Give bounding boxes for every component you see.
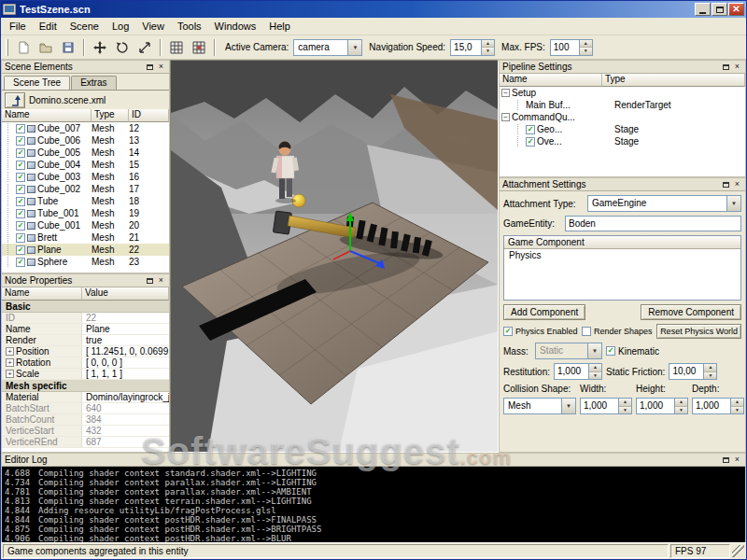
dock-float-button[interactable] (721, 62, 731, 72)
spin-up-icon[interactable]: ▲ (580, 40, 592, 49)
tab-extras[interactable]: Extras (71, 76, 116, 90)
visibility-checkbox[interactable]: ✓ (16, 124, 25, 133)
game-entity-field[interactable]: Boden (565, 216, 741, 231)
go-to-parent-button[interactable] (5, 92, 25, 108)
title-bar[interactable]: TestSzene.scn ✕ (1, 1, 746, 18)
width-spinner[interactable]: 1,000▲▼ (580, 398, 632, 414)
kinematic-checkbox[interactable]: ✓ (606, 346, 615, 356)
expand-icon[interactable]: + (6, 370, 14, 378)
property-row[interactable]: MaterialDomino/layingrock_jp... (2, 392, 169, 403)
visibility-checkbox[interactable]: ✓ (16, 221, 25, 231)
spin-down-icon[interactable]: ▼ (704, 372, 716, 380)
property-value[interactable]: [ 0, 0, 0 ] (82, 357, 169, 368)
scene-tree-row[interactable]: ✓BrettMesh21 (2, 231, 169, 244)
menu-scene[interactable]: Scene (63, 19, 106, 34)
property-row[interactable]: +Position[ 11.2451, 0, 0.0699... (2, 346, 169, 357)
property-value[interactable]: [ 11.2451, 0, 0.0699... (82, 346, 169, 357)
resize-grip[interactable] (732, 545, 744, 557)
property-group-header[interactable]: Mesh specific (2, 380, 169, 392)
scene-tree-row[interactable]: ✓PlaneMesh22 (2, 244, 169, 256)
column-header-type[interactable]: Type (602, 74, 745, 87)
property-row[interactable]: Rendertrue (2, 335, 169, 346)
menu-tools[interactable]: Tools (171, 19, 208, 34)
log-console[interactable]: 4.688Compiling shader context standard.s… (2, 467, 745, 543)
column-header-name[interactable]: Name (2, 287, 82, 301)
move-tool-button[interactable] (90, 38, 110, 57)
minimize-button[interactable] (695, 3, 711, 16)
rotate-tool-button[interactable] (112, 38, 133, 57)
static-friction-spinner[interactable]: 10,00▲▼ (669, 363, 717, 380)
render-shapes-checkbox[interactable] (582, 327, 591, 336)
dock-close-button[interactable]: × (732, 179, 742, 189)
save-button[interactable] (58, 38, 78, 57)
collapse-icon[interactable]: − (501, 113, 510, 121)
property-row[interactable]: BatchCount384 (2, 414, 169, 426)
close-button[interactable]: ✕ (728, 3, 744, 16)
scene-tree-row[interactable]: ✓Tube_001Mesh19 (2, 207, 169, 219)
scene-tree-row[interactable]: ✓Cube_001Mesh20 (2, 219, 169, 231)
reset-physics-world-button[interactable]: Reset Physics World (656, 324, 741, 339)
grid-button[interactable] (166, 38, 187, 57)
spin-down-icon[interactable]: ▼ (589, 372, 601, 380)
scene-tree-row[interactable]: ✓Cube_006Mesh13 (2, 134, 169, 147)
expand-icon[interactable]: + (6, 358, 14, 367)
spin-down-icon[interactable]: ▼ (675, 407, 687, 414)
column-header-value[interactable]: Value (82, 287, 169, 301)
column-header-id[interactable]: ID (129, 109, 169, 122)
visibility-checkbox[interactable]: ✓ (16, 148, 25, 158)
property-row[interactable]: +Rotation[ 0, 0, 0 ] (2, 357, 169, 369)
pipeline-settings-titlebar[interactable]: Pipeline Settings × (500, 61, 745, 74)
property-row[interactable]: +Scale[ 1, 1, 1 ] (2, 369, 169, 380)
dock-close-button[interactable]: × (156, 62, 166, 72)
dock-float-button[interactable] (145, 275, 155, 286)
dock-float-button[interactable] (145, 62, 155, 72)
visibility-checkbox[interactable]: ✓ (16, 258, 25, 267)
dock-float-button[interactable] (721, 455, 731, 465)
property-value[interactable]: Plane (82, 324, 169, 334)
collision-shape-select[interactable]: Mesh▼ (503, 398, 576, 414)
scene-elements-titlebar[interactable]: Scene Elements × (2, 61, 169, 74)
new-file-button[interactable] (13, 38, 34, 57)
component-list-item[interactable]: Physics (504, 249, 740, 261)
tab-scene-tree[interactable]: Scene Tree (4, 76, 70, 90)
visibility-checkbox[interactable]: ✓ (16, 161, 25, 170)
visibility-checkbox[interactable]: ✓ (16, 209, 25, 218)
active-camera-select[interactable]: camera▼ (293, 39, 362, 56)
physics-enabled-checkbox[interactable]: ✓ (503, 327, 513, 336)
attachment-settings-titlebar[interactable]: Attachment Settings × (500, 178, 745, 191)
menu-edit[interactable]: Edit (33, 19, 63, 34)
property-value[interactable]: 687 (82, 437, 169, 447)
spin-up-icon[interactable]: ▲ (675, 399, 687, 407)
maximize-button[interactable] (712, 3, 727, 16)
spin-down-icon[interactable]: ▼ (619, 407, 631, 414)
scene-tree-row[interactable]: ✓Cube_007Mesh12 (2, 122, 169, 134)
stage-checkbox[interactable]: ✓ (526, 125, 535, 134)
property-value[interactable]: 432 (82, 426, 169, 436)
height-spinner[interactable]: 1,000▲▼ (636, 398, 688, 414)
visibility-checkbox[interactable]: ✓ (16, 185, 25, 194)
pipeline-row[interactable]: −Setup (500, 87, 745, 99)
add-component-button[interactable]: Add Component (503, 304, 585, 320)
menu-log[interactable]: Log (106, 19, 135, 34)
property-value[interactable]: true (82, 335, 169, 345)
collapse-icon[interactable]: − (501, 89, 510, 97)
property-row[interactable]: BatchStart640 (2, 403, 169, 414)
spin-up-icon[interactable]: ▲ (619, 399, 631, 407)
menu-view[interactable]: View (135, 19, 171, 34)
property-value[interactable]: 640 (82, 403, 169, 413)
dock-close-button[interactable]: × (732, 455, 742, 465)
spin-up-icon[interactable]: ▲ (482, 40, 494, 49)
menu-file[interactable]: File (3, 19, 33, 34)
scene-tree-row[interactable]: ✓TubeMesh18 (2, 195, 169, 207)
visibility-checkbox[interactable]: ✓ (16, 173, 25, 182)
spin-up-icon[interactable]: ▲ (589, 364, 601, 372)
property-row[interactable]: VerticeStart432 (2, 426, 169, 437)
expand-icon[interactable]: + (6, 347, 14, 356)
property-row[interactable]: ID22 (2, 313, 169, 324)
scene-tree-row[interactable]: ✓Cube_002Mesh17 (2, 183, 169, 195)
spin-down-icon[interactable]: ▼ (580, 48, 592, 55)
restitution-spinner[interactable]: 1,000▲▼ (554, 363, 602, 380)
pipeline-row[interactable]: ✓Geo...Stage (500, 123, 745, 135)
pipeline-row[interactable]: ✓Ove...Stage (500, 135, 745, 147)
pipeline-row[interactable]: −CommandQu... (500, 111, 745, 123)
